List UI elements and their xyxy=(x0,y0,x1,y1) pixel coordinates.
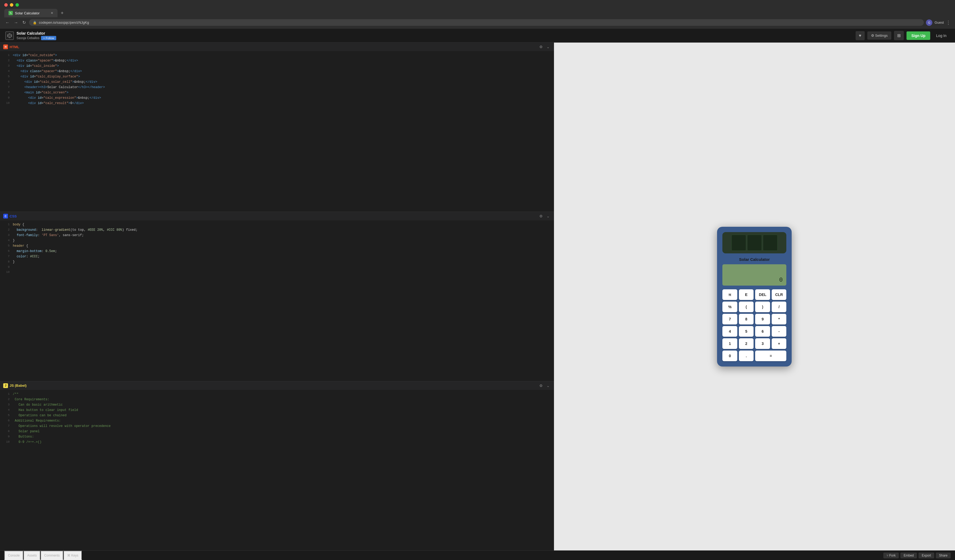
calc-button-9[interactable]: 9 xyxy=(755,314,770,324)
calc-button-lparen[interactable]: ( xyxy=(739,301,754,312)
code-line: 5 <div id="calc_display_surface"> xyxy=(0,74,554,79)
calc-button-3[interactable]: 3 xyxy=(755,338,770,349)
url-text: codepen.io/sassjajc/pen/zNJgKg xyxy=(39,20,89,25)
code-line: 4 Has button to clear input field xyxy=(0,407,554,413)
forward-button[interactable]: → xyxy=(13,19,19,26)
solar-cell-3 xyxy=(763,235,778,251)
tab-close-button[interactable]: ✕ xyxy=(51,11,53,15)
code-line: 10 xyxy=(0,270,554,275)
browser-chrome: ✎ Solar Calculator ✕ + ← → ↻ 🔒 codepen.i… xyxy=(0,0,955,29)
css-badge: C CSS xyxy=(3,214,17,218)
codepen-logo-icon xyxy=(5,31,14,40)
header-right: ♥ ⚙ Settings ⊞ Sign Up Log In xyxy=(856,31,950,40)
calc-button-plus[interactable]: + xyxy=(772,338,787,349)
code-line: 6 <div id="calc_solar_cell">&nbsp;</div> xyxy=(0,79,554,85)
js-code-area[interactable]: 1/** 2 Core Requirements: 3 Can do basic… xyxy=(0,390,554,551)
layout-button[interactable]: ⊞ xyxy=(894,31,904,40)
fork-button[interactable]: ⑂ Fork xyxy=(883,552,899,558)
keys-tab[interactable]: ⌘ Keys xyxy=(63,551,82,560)
code-line: 4} xyxy=(0,238,554,243)
author-row: Sassja Ceballos + Follow xyxy=(17,36,56,40)
calc-button-7[interactable]: 7 xyxy=(722,314,737,324)
js-panel-controls: ⚙ ⌄ xyxy=(538,383,551,388)
calc-button-pi[interactable]: π xyxy=(722,289,737,300)
calculator-display: 0 xyxy=(779,277,783,284)
profile-icon[interactable]: G xyxy=(926,19,932,26)
solar-cells xyxy=(731,235,778,251)
css-settings-button[interactable]: ⚙ xyxy=(538,214,544,219)
address-bar[interactable]: 🔒 codepen.io/sassjajc/pen/zNJgKg xyxy=(29,19,924,26)
calc-button-0[interactable]: 0 xyxy=(722,351,737,361)
code-line: 1/** xyxy=(0,392,554,397)
css-code-area[interactable]: 1body { 2 background: linear-gradient(to… xyxy=(0,220,554,381)
calc-button-1[interactable]: 1 xyxy=(722,338,737,349)
code-line: 2 background: linear-gradient(to top, #E… xyxy=(0,227,554,232)
calc-button-percent[interactable]: % xyxy=(722,301,737,312)
calc-button-rparen[interactable]: ) xyxy=(755,301,770,312)
calc-button-2[interactable]: 2 xyxy=(739,338,754,349)
bottom-right-actions: ⑂ Fork Embed Export Share xyxy=(883,552,951,558)
css-panel: C CSS ⚙ ⌄ 1body { 2 background: linear-g… xyxy=(0,212,554,381)
share-button[interactable]: Share xyxy=(936,552,951,558)
calc-button-equals[interactable]: = xyxy=(755,351,786,361)
calc-button-4[interactable]: 4 xyxy=(722,326,737,337)
calc-button-5[interactable]: 5 xyxy=(739,326,754,337)
back-button[interactable]: ← xyxy=(4,19,11,26)
calc-button-8[interactable]: 8 xyxy=(739,314,754,324)
css-panel-header: C CSS ⚙ ⌄ xyxy=(0,212,554,220)
html-badge: H HTML xyxy=(3,44,19,49)
browser-menu-button[interactable]: ⋮ xyxy=(946,20,951,25)
code-line: 8} xyxy=(0,259,554,265)
export-button[interactable]: Export xyxy=(919,552,934,558)
code-line: 5 Operations can be chained xyxy=(0,413,554,418)
signup-button[interactable]: Sign Up xyxy=(906,31,930,40)
code-line: 9 xyxy=(0,265,554,270)
code-line: 2 Core Requirements: xyxy=(0,397,554,402)
embed-button[interactable]: Embed xyxy=(900,552,917,558)
code-line: 3 <div id="calc_inside"> xyxy=(0,63,554,69)
code-line: 8 Solar panel xyxy=(0,429,554,434)
html-panel-header: H HTML ⚙ ⌄ xyxy=(0,42,554,51)
browser-tab[interactable]: ✎ Solar Calculator ✕ xyxy=(4,9,58,17)
minimize-button[interactable] xyxy=(10,3,13,7)
html-collapse-button[interactable]: ⌄ xyxy=(545,44,551,50)
login-button[interactable]: Log In xyxy=(933,31,950,40)
js-collapse-button[interactable]: ⌄ xyxy=(545,383,551,388)
follow-button[interactable]: + Follow xyxy=(41,36,56,40)
close-button[interactable] xyxy=(4,3,8,7)
assets-tab[interactable]: Assets xyxy=(23,551,41,560)
html-panel-controls: ⚙ ⌄ xyxy=(538,44,551,50)
calc-button-minus[interactable]: - xyxy=(772,326,787,337)
reload-button[interactable]: ↻ xyxy=(21,19,27,26)
html-settings-button[interactable]: ⚙ xyxy=(538,44,544,50)
calc-button-6[interactable]: 6 xyxy=(755,326,770,337)
heart-button[interactable]: ♥ xyxy=(856,31,865,40)
calc-button-divide[interactable]: / xyxy=(772,301,787,312)
calc-button-del[interactable]: DEL xyxy=(755,289,770,300)
js-badge-icon: J xyxy=(3,383,8,388)
calc-button-decimal[interactable]: . xyxy=(739,351,754,361)
css-collapse-button[interactable]: ⌄ xyxy=(545,214,551,219)
js-settings-button[interactable]: ⚙ xyxy=(538,383,544,388)
svg-marker-1 xyxy=(8,35,11,36)
address-bar-row: ← → ↻ 🔒 codepen.io/sassjajc/pen/zNJgKg G… xyxy=(0,17,955,29)
calc-button-e[interactable]: E xyxy=(739,289,754,300)
html-code-area[interactable]: 1<div id="calc_outside"> 2 <div class="s… xyxy=(0,51,554,212)
calc-button-clr[interactable]: CLR xyxy=(772,289,787,300)
calc-button-multiply[interactable]: * xyxy=(772,314,787,324)
code-line: 9 Buttons: xyxy=(0,434,554,440)
code-line: 7 Operations will resolve with operator … xyxy=(0,423,554,429)
pen-title-area: Solar Calculator Sassja Ceballos + Follo… xyxy=(17,31,56,40)
author-name: Sassja Ceballos xyxy=(17,36,39,40)
codepen-header: Solar Calculator Sassja Ceballos + Follo… xyxy=(0,29,955,42)
tab-title: Solar Calculator xyxy=(15,11,40,15)
maximize-button[interactable] xyxy=(16,3,19,7)
code-line: 6 Additional Requirements: xyxy=(0,418,554,423)
new-tab-button[interactable]: + xyxy=(59,10,66,16)
code-line: 9 <div id="calc_expression">&nbsp;</div> xyxy=(0,95,554,101)
console-tab[interactable]: Console xyxy=(4,551,23,560)
calculator-buttons: π E DEL CLR % ( ) / 7 8 9 * 4 5 6 - 1 2 … xyxy=(722,289,786,361)
code-line: 5header { xyxy=(0,243,554,249)
comments-tab[interactable]: Comments xyxy=(41,551,63,560)
settings-button[interactable]: ⚙ Settings xyxy=(867,31,892,40)
